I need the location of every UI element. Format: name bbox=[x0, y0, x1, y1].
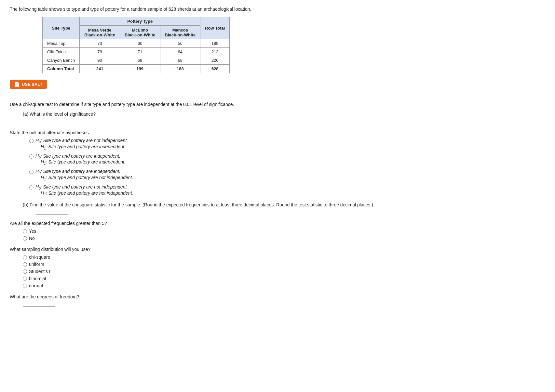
table-cell-3-3: 628 bbox=[200, 65, 230, 73]
sampling-dist-radio-1[interactable] bbox=[23, 262, 27, 267]
hypothesis-option-0: H0: Site type and pottery are not indepe… bbox=[29, 138, 545, 150]
table-cell-0-3: 189 bbox=[200, 39, 230, 48]
table-cell-0-0: 73 bbox=[80, 39, 120, 48]
sampling-dist-radio-2[interactable] bbox=[23, 269, 27, 274]
table-cell-1-1: 71 bbox=[120, 48, 160, 56]
site-type-cell-2: Canyon Bench bbox=[43, 56, 80, 65]
hypothesis-radio-2[interactable] bbox=[29, 170, 34, 174]
h1-label-3: H1: Site type and pottery are not indepe… bbox=[41, 190, 133, 197]
h1-label-0: H1: Site type and pottery are independen… bbox=[41, 144, 128, 150]
sampling-dist-option-2: Student's t bbox=[23, 269, 545, 274]
expected-freq-label-0: Yes bbox=[29, 229, 36, 234]
h0-label-0: H0: Site type and pottery are not indepe… bbox=[35, 138, 128, 144]
part-a-question: (a) What is the level of significance? bbox=[23, 111, 545, 117]
expected-freq-section: Are all the expected frequencies greater… bbox=[10, 221, 545, 241]
table-cell-1-3: 213 bbox=[200, 48, 230, 56]
table-cell-1-2: 64 bbox=[160, 48, 200, 56]
table-cell-2-0: 90 bbox=[80, 56, 120, 65]
row-total-header: Row Total bbox=[200, 17, 230, 39]
expected-freq-label-1: No bbox=[29, 236, 35, 241]
table-cell-3-0: 241 bbox=[80, 65, 120, 73]
mcelmo-header: McElmoBlack-on-White bbox=[120, 26, 160, 39]
expected-freq-radio-0[interactable] bbox=[23, 229, 27, 233]
chi-square-value-input[interactable] bbox=[36, 209, 68, 215]
table-cell-2-1: 68 bbox=[120, 56, 160, 65]
expected-freq-option-1: No bbox=[23, 236, 545, 241]
h0-label-2: H0: Site type and pottery are independen… bbox=[35, 169, 133, 175]
sampling-dist-option-1: uniform bbox=[23, 262, 545, 267]
hypothesis-radio-3[interactable] bbox=[29, 185, 34, 189]
sampling-dist-radio-4[interactable] bbox=[23, 284, 27, 288]
use-salt-button[interactable]: 📄 USE SALT bbox=[10, 80, 47, 89]
site-type-cell-3: Column Total bbox=[43, 65, 80, 73]
hypothesis-section: State the null and alternate hypotheses.… bbox=[10, 130, 545, 196]
sampling-dist-label-2: Student's t bbox=[29, 269, 50, 274]
sampling-dist-label-4: normal bbox=[29, 283, 43, 288]
significance-input[interactable] bbox=[36, 119, 68, 124]
pottery-table: Site Type Pottery Type Row Total Mesa Ve… bbox=[42, 17, 230, 73]
main-question-section: Use a chi-square test to determine if si… bbox=[10, 102, 545, 124]
hypothesis-radio-1[interactable] bbox=[29, 154, 34, 159]
sampling-dist-radio-0[interactable] bbox=[23, 255, 27, 259]
sampling-dist-question: What sampling distribution will you use? bbox=[10, 247, 545, 252]
mesa-verde-header: Mesa VerdeBlack-on-White bbox=[80, 26, 120, 39]
sampling-dist-option-4: normal bbox=[23, 283, 545, 288]
sampling-dist-option-0: chi-square bbox=[23, 255, 545, 260]
expected-freq-option-0: Yes bbox=[23, 229, 545, 234]
table-cell-0-2: 56 bbox=[160, 39, 200, 48]
degrees-of-freedom-section: What are the degrees of freedom? bbox=[10, 294, 545, 307]
h0-label-1: H0: Site type and pottery are independen… bbox=[35, 153, 126, 160]
degrees-of-freedom-question: What are the degrees of freedom? bbox=[10, 294, 545, 299]
part-b-question-block: (b) Find the value of the chi-square sta… bbox=[23, 202, 545, 215]
main-question-text: Use a chi-square test to determine if si… bbox=[10, 102, 545, 107]
state-hypotheses-label: State the null and alternate hypotheses. bbox=[10, 130, 545, 135]
expected-freq-radio-1[interactable] bbox=[23, 236, 27, 241]
h0-label-3: H0: Site type and pottery are not indepe… bbox=[35, 184, 133, 190]
table-cell-1-0: 78 bbox=[80, 48, 120, 56]
mancos-header: MancosBlack-on-White bbox=[160, 26, 200, 39]
use-salt-label: USE SALT bbox=[22, 82, 42, 87]
part-a-section: (a) What is the level of significance? bbox=[23, 111, 545, 124]
salt-icon: 📄 bbox=[14, 82, 20, 87]
sampling-dist-label-0: chi-square bbox=[29, 255, 50, 260]
hypothesis-option-2: H0: Site type and pottery are independen… bbox=[29, 169, 545, 181]
expected-freq-question: Are all the expected frequencies greater… bbox=[10, 221, 545, 226]
pottery-type-header: Pottery Type bbox=[80, 17, 200, 26]
data-table-container: Site Type Pottery Type Row Total Mesa Ve… bbox=[42, 17, 545, 73]
intro-text: The following table shows site type and … bbox=[10, 7, 545, 12]
site-type-cell-1: Cliff-Talus bbox=[43, 48, 80, 56]
h1-label-2: H1: Site type and pottery are not indepe… bbox=[41, 175, 133, 181]
part-b-section: (b) Find the value of the chi-square sta… bbox=[10, 202, 545, 215]
table-cell-0-1: 60 bbox=[120, 39, 160, 48]
h1-label-1: H1: Site type and pottery are independen… bbox=[41, 159, 126, 165]
site-type-col-header: Site Type bbox=[43, 17, 80, 39]
hypothesis-option-1: H0: Site type and pottery are independen… bbox=[29, 153, 545, 166]
hypothesis-option-3: H0: Site type and pottery are not indepe… bbox=[29, 184, 545, 197]
part-b-question: (b) Find the value of the chi-square sta… bbox=[23, 202, 545, 207]
sampling-dist-section: What sampling distribution will you use?… bbox=[10, 247, 545, 288]
table-cell-2-3: 226 bbox=[200, 56, 230, 65]
sampling-dist-option-3: binomial bbox=[23, 276, 545, 281]
table-cell-3-2: 188 bbox=[160, 65, 200, 73]
site-type-cell-0: Mesa Top bbox=[43, 39, 80, 48]
sampling-dist-label-3: binomial bbox=[29, 276, 46, 281]
sampling-dist-radio-3[interactable] bbox=[23, 277, 27, 281]
table-cell-3-1: 199 bbox=[120, 65, 160, 73]
table-cell-2-2: 68 bbox=[160, 56, 200, 65]
hypothesis-radio-0[interactable] bbox=[29, 139, 34, 143]
degrees-of-freedom-input[interactable] bbox=[23, 301, 55, 307]
sampling-dist-label-1: uniform bbox=[29, 262, 44, 267]
